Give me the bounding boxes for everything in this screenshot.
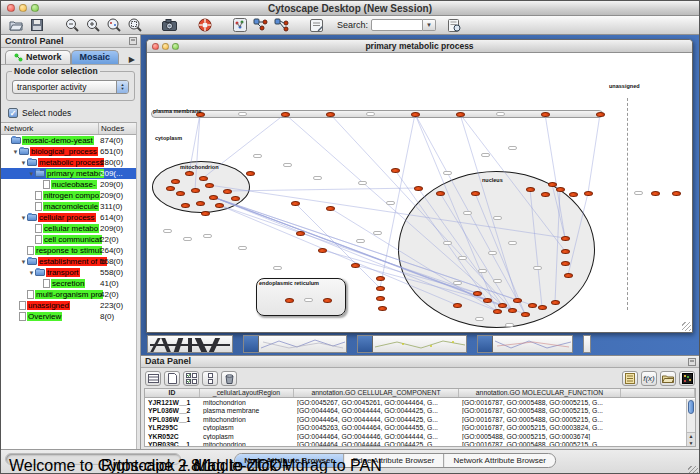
gene-node[interactable]	[651, 191, 660, 196]
table-row[interactable]: YPL036W__1mitochondrion[GO:0044464, GO:0…	[145, 415, 695, 424]
open-file-icon[interactable]	[7, 17, 24, 33]
gene-node[interactable]	[528, 303, 537, 308]
float-panel-icon[interactable]	[688, 358, 696, 366]
tree-row-metabolic-process[interactable]: ▼metabolic process280(0)	[1, 157, 136, 168]
tree-row-cell-communicat[interactable]: cell communicat22(0)	[1, 234, 136, 245]
select-edges-icon[interactable]	[273, 17, 290, 33]
gene-node[interactable]	[391, 168, 400, 173]
gene-node[interactable]	[473, 291, 482, 296]
tree-row-cellular-process[interactable]: ▼cellular process614(0)	[1, 212, 136, 223]
tree-row-secretion[interactable]: secretion41(0)	[1, 278, 136, 289]
gene-node[interactable]	[508, 308, 517, 313]
attribute-table-header[interactable]: ID_cellularLayoutRegionannotation.GO CEL…	[145, 389, 695, 398]
annotation-icon[interactable]	[308, 17, 325, 33]
gene-node[interactable]	[414, 186, 423, 191]
gene-node-small[interactable]	[481, 153, 490, 157]
tree-row-mosaic-demo-yeast[interactable]: mosaic-demo-yeast874(0)	[1, 135, 136, 146]
tab-overflow-arrow[interactable]: ▶	[126, 55, 138, 64]
gene-node-small[interactable]	[313, 176, 322, 180]
gene-node-small[interactable]	[373, 231, 382, 235]
gene-node[interactable]	[569, 192, 578, 197]
gene-node-small[interactable]	[253, 154, 262, 158]
tree-row-multi-organism-pro[interactable]: multi-organism pro42(0)	[1, 289, 136, 300]
gene-node[interactable]	[166, 186, 175, 191]
window-resize-grip[interactable]	[688, 466, 698, 474]
gene-node[interactable]	[376, 286, 385, 291]
gene-node[interactable]	[351, 263, 360, 268]
gene-node-small[interactable]	[493, 216, 502, 220]
zoom-in-icon[interactable]	[84, 17, 101, 33]
gene-node[interactable]	[456, 112, 465, 117]
gene-node[interactable]	[215, 203, 224, 208]
gene-node[interactable]	[176, 191, 185, 196]
disclosure-triangle-icon[interactable]: ▼	[20, 215, 27, 221]
attribute-grid-icon[interactable]	[145, 371, 161, 386]
gene-node[interactable]	[471, 191, 480, 196]
zoom-fit-icon[interactable]	[126, 17, 143, 33]
new-attribute-icon[interactable]	[164, 371, 180, 386]
minimized-window-nub[interactable]	[583, 335, 591, 353]
table-scrollbar[interactable]: ▲▼	[686, 399, 695, 446]
gene-node[interactable]	[378, 306, 387, 311]
float-panel-icon[interactable]	[129, 37, 137, 45]
gene-node[interactable]	[199, 176, 208, 181]
tree-row-cellular-metabo[interactable]: cellular metabo209(0)	[1, 223, 136, 234]
minimized-network-window[interactable]	[477, 335, 573, 353]
gene-node[interactable]	[296, 231, 305, 236]
select-nodes-checkbox[interactable]: ✓	[8, 108, 18, 118]
gene-node[interactable]	[483, 298, 492, 303]
gene-node[interactable]	[323, 298, 332, 303]
column-header-3[interactable]: annotation.GO MOLECULAR_FUNCTION	[459, 389, 621, 397]
gene-node[interactable]	[185, 171, 194, 176]
gene-node-small[interactable]	[505, 323, 514, 327]
tree-row-primary-metabo[interactable]: ▼primary metabo209(...	[1, 168, 136, 179]
tree-row-transport[interactable]: ▼transport558(0)	[1, 267, 136, 278]
gene-node[interactable]	[201, 211, 210, 216]
gene-node[interactable]	[526, 187, 535, 192]
network-view-window[interactable]: primary metabolic process plasma membran…	[146, 39, 693, 333]
disclosure-triangle-icon[interactable]: ▼	[20, 160, 27, 166]
column-header-2[interactable]: annotation.GO CELLULAR_COMPONENT	[294, 389, 459, 397]
gene-node-small[interactable]	[203, 234, 212, 238]
gene-node[interactable]	[291, 201, 300, 206]
gene-node-small[interactable]	[443, 171, 452, 175]
table-row[interactable]: YLR295Ccytoplasm[GO:0045263, GO:0044464,…	[145, 424, 695, 433]
gene-node[interactable]	[493, 309, 502, 314]
gene-node[interactable]	[541, 192, 550, 197]
gene-node-small[interactable]	[488, 251, 497, 255]
attribute-table[interactable]: ID_cellularLayoutRegionannotation.GO CEL…	[144, 388, 696, 447]
gene-node[interactable]	[541, 112, 550, 117]
gene-node-small[interactable]	[475, 317, 484, 321]
gene-node-small[interactable]	[496, 112, 505, 116]
scrollbar-arrows[interactable]: ▲▼	[687, 432, 695, 446]
tree-row-nucleobase-[interactable]: nucleobase-209(0)	[1, 179, 136, 190]
network-canvas[interactable]: plasma membrane cytoplasm mitochondrion …	[147, 53, 692, 332]
gene-node-small[interactable]	[366, 112, 375, 116]
gene-node-small[interactable]	[163, 229, 172, 233]
gene-node[interactable]	[285, 298, 294, 303]
tab-mosaic[interactable]: Mosaic	[71, 50, 120, 64]
gene-node[interactable]	[246, 171, 255, 176]
gene-node[interactable]	[223, 189, 232, 194]
gene-node[interactable]	[584, 191, 593, 196]
gene-node[interactable]	[411, 112, 420, 117]
gene-node[interactable]	[376, 296, 385, 301]
matrix-view-icon[interactable]	[679, 371, 695, 386]
gene-node-small[interactable]	[508, 241, 517, 245]
gene-node[interactable]	[513, 298, 522, 303]
gene-node[interactable]	[171, 179, 180, 184]
gene-node-small[interactable]	[453, 281, 462, 285]
network-window-titlebar[interactable]: primary metabolic process	[147, 40, 692, 53]
gene-node-small[interactable]	[358, 181, 367, 185]
gene-node[interactable]	[548, 182, 557, 187]
tree-row-macromolecule[interactable]: macromolecule311(0)	[1, 201, 136, 212]
gene-node[interactable]	[453, 303, 462, 308]
gene-node[interactable]	[209, 195, 218, 200]
gene-node-small[interactable]	[443, 241, 452, 245]
unselect-attributes-icon[interactable]	[202, 371, 218, 386]
gene-node[interactable]	[498, 303, 507, 308]
gene-node[interactable]	[561, 261, 570, 266]
gene-node-small[interactable]	[533, 266, 542, 270]
gene-node-small[interactable]	[493, 279, 502, 283]
cytoscape-logo-watermark[interactable]	[147, 335, 233, 353]
